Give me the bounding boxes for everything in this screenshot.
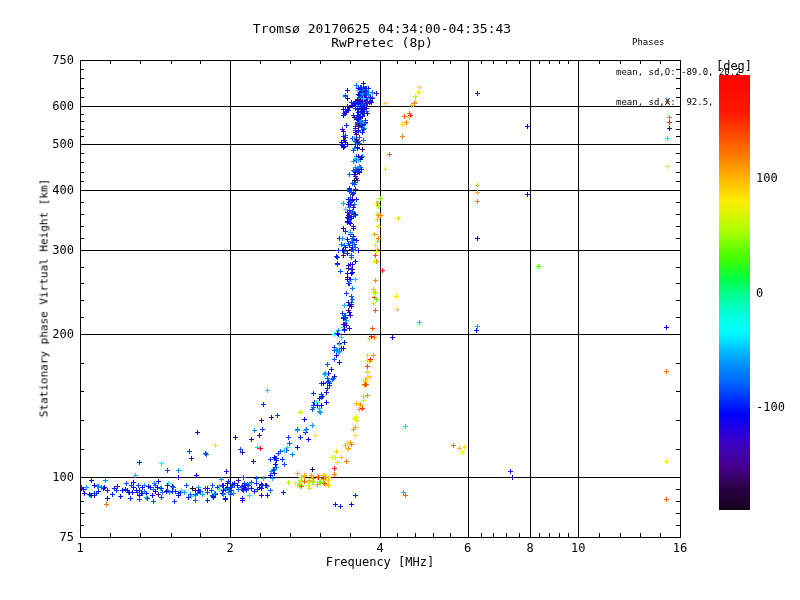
phase-stats-header: Phases <box>616 37 741 47</box>
x-tick-label: 2 <box>226 542 233 554</box>
x-tick-label: 6 <box>464 542 471 554</box>
y-tick-label: 300 <box>30 244 74 256</box>
x-tick-label: 8 <box>526 542 533 554</box>
y-tick-label: 200 <box>30 328 74 340</box>
y-tick-label: 100 <box>30 471 74 483</box>
x-tick-label: 1 <box>76 542 83 554</box>
x-tick-label: 4 <box>376 542 383 554</box>
plot-title: Tromsø 20170625 04:34:00-04:35:43 <box>253 21 511 36</box>
x-tick-label: 16 <box>673 542 687 554</box>
y-tick-label: 400 <box>30 184 74 196</box>
colorbar-tick-label: 100 <box>756 172 778 184</box>
ionogram-page: Tromsø 20170625 04:34:00-04:35:43 RwPret… <box>0 0 800 600</box>
y-axis-label: Stationary phase Virtual Height [km] <box>38 179 51 417</box>
x-tick-label: 10 <box>571 542 585 554</box>
colorbar-unit-label: [deg] <box>716 59 752 73</box>
y-tick-label: 500 <box>30 138 74 150</box>
colorbar <box>719 75 750 510</box>
colorbar-tick-label: -100 <box>756 401 785 413</box>
colorbar-tick-label: 0 <box>756 287 763 299</box>
plot-subtitle: RwPretec (8p) <box>331 35 433 50</box>
y-tick-label: 600 <box>30 100 74 112</box>
y-tick-label: 750 <box>30 54 74 66</box>
y-tick-label: 75 <box>30 531 74 543</box>
x-axis-label: Frequency [MHz] <box>326 555 434 569</box>
